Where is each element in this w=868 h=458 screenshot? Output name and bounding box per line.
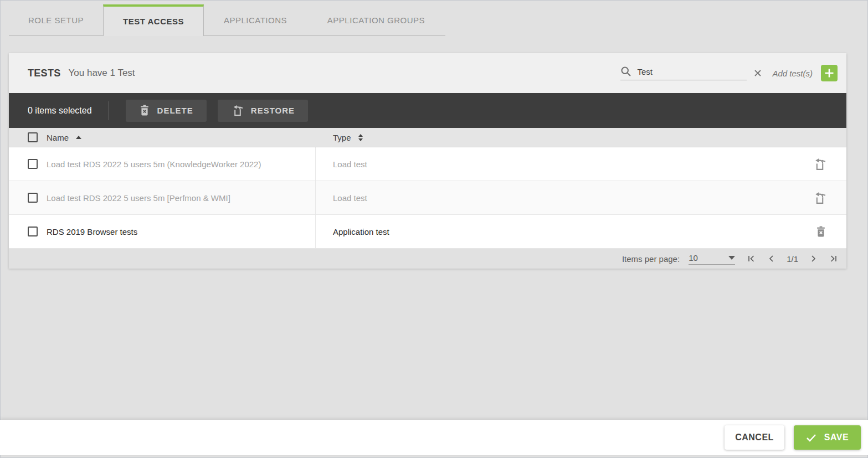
delete-button[interactable]: DELETE — [126, 100, 207, 122]
tab-label: TEST ACCESS — [123, 17, 184, 26]
items-per-page-value: 10 — [689, 253, 698, 263]
test-name: RDS 2019 Browser tests — [47, 227, 137, 236]
table-body: Load test RDS 2022 5 users 5m (Knowledge… — [9, 147, 846, 249]
page-info: 1/1 — [787, 254, 798, 264]
add-tests-label: Add test(s) — [772, 69, 813, 78]
test-name: Load test RDS 2022 5 users 5m [Perfmon &… — [47, 193, 230, 203]
column-header-name[interactable]: Name — [47, 133, 81, 142]
row-checkbox[interactable] — [28, 159, 38, 169]
row-checkbox[interactable] — [28, 227, 38, 236]
row-restore-button[interactable] — [813, 157, 826, 171]
table-row: RDS 2019 Browser tests Application test — [9, 215, 846, 249]
column-name-label: Name — [47, 133, 69, 142]
tab-role-setup[interactable]: ROLE SETUP — [9, 4, 103, 36]
sort-both-icon — [358, 134, 363, 141]
chevron-down-icon — [728, 256, 735, 260]
delete-button-label: DELETE — [157, 106, 193, 115]
last-page-button[interactable] — [829, 255, 838, 263]
items-per-page-select[interactable]: 10 — [689, 253, 735, 265]
test-type: Load test — [333, 193, 367, 203]
checkmark-icon — [806, 434, 816, 442]
table-row: Load test RDS 2022 5 users 5m (Knowledge… — [9, 147, 846, 181]
sort-ascending-icon — [76, 136, 81, 139]
panel-title: TESTS — [28, 68, 61, 79]
save-button[interactable]: SAVE — [794, 425, 861, 450]
search-box — [620, 66, 747, 80]
select-all-checkbox[interactable] — [28, 132, 38, 142]
row-restore-button[interactable] — [813, 191, 826, 205]
restore-icon — [231, 104, 244, 117]
footer-action-bar: CANCEL SAVE — [0, 420, 868, 455]
table-header-row: Name Type — [9, 128, 846, 147]
tests-panel: TESTS You have 1 Test Add test(s) 0 item… — [9, 53, 846, 269]
tab-bar: ROLE SETUP TEST ACCESS APPLICATIONS APPL… — [9, 4, 445, 36]
column-type-label: Type — [333, 133, 351, 142]
test-access-page: { "tabs": [ { "label": "ROLE SETUP", "ac… — [0, 0, 868, 458]
tab-application-groups[interactable]: APPLICATION GROUPS — [307, 4, 445, 36]
search-icon — [620, 66, 631, 77]
add-test-button[interactable] — [821, 65, 838, 81]
restore-button-label: RESTORE — [251, 106, 295, 115]
trash-x-icon — [139, 105, 150, 116]
bulk-action-toolbar: 0 items selected DELETE — [9, 93, 846, 128]
test-type: Load test — [333, 159, 367, 169]
plus-icon — [824, 68, 834, 78]
restore-button[interactable]: RESTORE — [218, 100, 308, 122]
first-page-button[interactable] — [747, 255, 756, 263]
tab-label: ROLE SETUP — [28, 16, 84, 25]
row-delete-button[interactable] — [815, 226, 826, 238]
selected-count-text: 0 items selected — [28, 106, 92, 116]
tab-label: APPLICATIONS — [224, 16, 287, 25]
test-type: Application test — [333, 227, 389, 236]
test-name: Load test RDS 2022 5 users 5m (Knowledge… — [47, 159, 261, 169]
tab-label: APPLICATION GROUPS — [327, 16, 425, 25]
column-header-type[interactable]: Type — [333, 133, 363, 142]
table-row: Load test RDS 2022 5 users 5m [Perfmon &… — [9, 181, 846, 215]
row-checkbox[interactable] — [28, 193, 38, 203]
search-input[interactable] — [637, 67, 747, 76]
items-per-page-label: Items per page: — [622, 254, 680, 264]
previous-page-button[interactable] — [768, 255, 774, 263]
tab-applications[interactable]: APPLICATIONS — [204, 4, 307, 36]
tests-panel-header: TESTS You have 1 Test Add test(s) — [9, 53, 846, 93]
pagination-bar: Items per page: 10 1/1 — [9, 249, 846, 269]
next-page-button[interactable] — [810, 255, 817, 263]
toolbar-divider — [109, 101, 109, 120]
cancel-button[interactable]: CANCEL — [725, 425, 784, 450]
panel-subtitle: You have 1 Test — [69, 68, 135, 79]
save-button-label: SAVE — [824, 433, 849, 442]
clear-search-icon[interactable] — [753, 69, 762, 78]
tab-test-access[interactable]: TEST ACCESS — [103, 4, 204, 36]
